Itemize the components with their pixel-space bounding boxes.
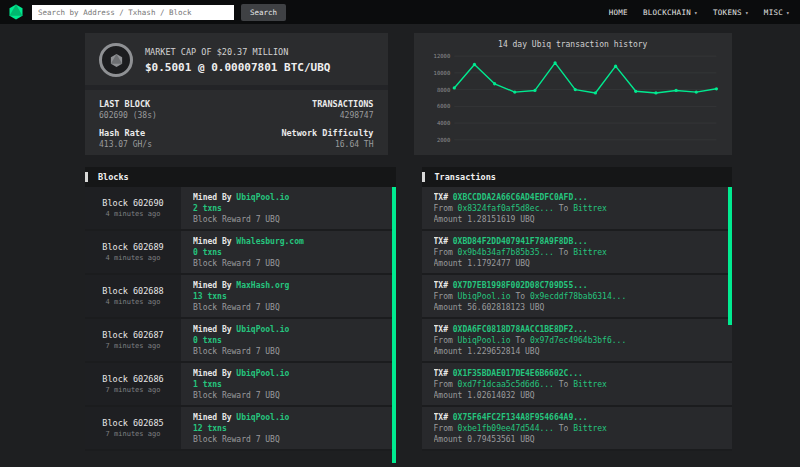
block-id-cell[interactable]: Block 602685 7 minutes ago [85, 407, 181, 449]
block-id-cell[interactable]: Block 602689 4 minutes ago [85, 231, 181, 273]
from-address-link[interactable]: UbiqPool.io [458, 336, 511, 345]
txn-count-link[interactable]: 12 txns [193, 424, 289, 433]
block-reward-label: Block Reward [193, 259, 251, 268]
mined-by-label: Mined By [193, 325, 232, 334]
block-id-cell[interactable]: Block 602688 4 minutes ago [85, 275, 181, 317]
block-reward-label: Block Reward [193, 303, 251, 312]
amount-value: 0.79453561 UBQ [467, 435, 534, 444]
to-address-link[interactable]: Bittrex [573, 248, 607, 257]
menu-home[interactable]: HOME [609, 8, 628, 17]
tx-hash-link[interactable]: 0X75F64FC2F134A8F954664A9... [453, 413, 588, 422]
menu-blockchain[interactable]: BLOCKCHAIN ▾ [643, 8, 698, 17]
to-label: To [515, 292, 525, 301]
to-label: To [559, 248, 569, 257]
block-row[interactable]: Block 602686 7 minutes ago Mined By Ubiq… [85, 363, 396, 407]
last-block-value: 602690 (38s) [99, 111, 157, 120]
block-id-cell[interactable]: Block 602687 7 minutes ago [85, 319, 181, 361]
miner-link[interactable]: UbiqPool.io [236, 413, 289, 422]
menu-misc[interactable]: MISC ▾ [764, 8, 790, 17]
tx-label: TX# [434, 237, 448, 246]
txn-count-link[interactable]: 2 txns [193, 204, 289, 213]
search-button[interactable]: Search [241, 4, 286, 21]
to-address-link[interactable]: 0x9ecddf78bab6314... [530, 292, 626, 301]
block-row[interactable]: Block 602687 7 minutes ago Mined By Ubiq… [85, 319, 396, 363]
mined-by-label: Mined By [193, 193, 232, 202]
transactions-value: 4298747 [281, 111, 373, 120]
transaction-row[interactable]: TX# 0X75F64FC2F134A8F954664A9... From 0x… [422, 407, 733, 451]
from-address-link[interactable]: 0xbe1fb09ee47d544... [458, 424, 554, 433]
block-age: 4 minutes ago [106, 254, 161, 262]
block-info: Mined By MaxHash.org 13 txns Block Rewar… [181, 275, 301, 317]
from-label: From [434, 336, 453, 345]
block-info: Mined By UbiqPool.io 1 txns Block Reward… [181, 363, 301, 405]
network-stats-section: LAST BLOCK 602690 (38s) Hash Rate 413.07… [85, 85, 388, 163]
block-number[interactable]: Block 602689 [102, 242, 163, 252]
to-label: To [559, 424, 569, 433]
tx-hash-link[interactable]: 0XBD84F2DD407941F78A9F8DB... [453, 237, 588, 246]
amount-value: 1.1792477 UBQ [467, 259, 530, 268]
block-row[interactable]: Block 602689 4 minutes ago Mined By Whal… [85, 231, 396, 275]
to-label: To [559, 204, 569, 213]
miner-link[interactable]: UbiqPool.io [236, 369, 289, 378]
txn-count-link[interactable]: 0 txns [193, 336, 289, 345]
block-number[interactable]: Block 602690 [102, 198, 163, 208]
to-address-link[interactable]: Bittrex [573, 204, 607, 213]
from-address-link[interactable]: 0x9b4b34af7b85b35... [458, 248, 554, 257]
block-id-cell[interactable]: Block 602686 7 minutes ago [85, 363, 181, 405]
svg-text:6000: 6000 [436, 103, 449, 109]
miner-link[interactable]: UbiqPool.io [236, 325, 289, 334]
market-cap-text: MARKET CAP OF $20.37 MILLION $0.5001 @ 0… [145, 47, 330, 74]
transaction-row[interactable]: TX# 0X1F35BDAE017DE4E6B6602C... From 0xd… [422, 363, 733, 407]
transactions-scrollbar[interactable] [728, 187, 732, 325]
to-address-link[interactable]: Bittrex [573, 380, 607, 389]
menu-tokens[interactable]: TOKENS ▾ [713, 8, 749, 17]
block-number[interactable]: Block 602686 [102, 374, 163, 384]
tx-hash-link[interactable]: 0X7D7EB1998F002D08C709D55... [453, 281, 588, 290]
ubiq-coin-icon [99, 43, 133, 77]
block-reward-label: Block Reward [193, 347, 251, 356]
search-input[interactable] [32, 5, 234, 20]
blocks-scrollbar[interactable] [392, 187, 396, 463]
transaction-row[interactable]: TX# 0XBD84F2DD407941F78A9F8DB... From 0x… [422, 231, 733, 275]
chevron-down-icon: ▾ [694, 9, 698, 16]
txn-count-link[interactable]: 13 txns [193, 292, 289, 301]
txn-count-link[interactable]: 1 txns [193, 380, 289, 389]
main-menu: HOME BLOCKCHAIN ▾ TOKENS ▾ MISC ▾ [609, 8, 790, 17]
block-reward-value: 7 UBQ [256, 391, 280, 400]
to-address-link[interactable]: 0x97d7ec4964b3bf6... [530, 336, 626, 345]
amount-label: Amount [434, 391, 463, 400]
from-label: From [434, 204, 453, 213]
transaction-row[interactable]: TX# 0X7D7EB1998F002D08C709D55... From Ub… [422, 275, 733, 319]
block-id-cell[interactable]: Block 602690 4 minutes ago [85, 187, 181, 229]
block-info: Mined By UbiqPool.io 12 txns Block Rewar… [181, 407, 301, 449]
last-block-label: LAST BLOCK [99, 99, 157, 109]
tx-hash-link[interactable]: 0X1F35BDAE017DE4E6B6602C... [453, 369, 583, 378]
block-row[interactable]: Block 602685 7 minutes ago Mined By Ubiq… [85, 407, 396, 451]
transactions-panel-header: Transactions [422, 167, 733, 187]
from-address-link[interactable]: 0x8324faf0af5d8ec... [458, 204, 554, 213]
txn-count-link[interactable]: 0 txns [193, 248, 304, 257]
block-number[interactable]: Block 602685 [102, 418, 163, 428]
block-row[interactable]: Block 602688 4 minutes ago Mined By MaxH… [85, 275, 396, 319]
transaction-history-chart: 20004000600080001000012000 [422, 50, 725, 148]
market-cap-line: MARKET CAP OF $20.37 MILLION [145, 47, 330, 57]
transaction-history-card: 14 day Ubiq transaction history 20004000… [414, 33, 733, 155]
block-age: 4 minutes ago [106, 298, 161, 306]
from-address-link[interactable]: 0xd7f1dcaa5c5d6d6... [458, 380, 554, 389]
block-row[interactable]: Block 602690 4 minutes ago Mined By Ubiq… [85, 187, 396, 231]
ubiq-logo-icon[interactable] [8, 4, 25, 21]
block-number[interactable]: Block 602687 [102, 330, 163, 340]
tx-hash-link[interactable]: 0XBCCDDA2A66C6AD4EDFC0AFD... [453, 193, 588, 202]
to-address-link[interactable]: Bittrex [573, 424, 607, 433]
miner-link[interactable]: MaxHash.org [236, 281, 289, 290]
from-label: From [434, 424, 453, 433]
svg-text:4000: 4000 [436, 120, 449, 126]
transaction-row[interactable]: TX# 0XDA6FC0818D78AACC1BE8DF2... From Ub… [422, 319, 733, 363]
miner-link[interactable]: UbiqPool.io [236, 193, 289, 202]
miner-link[interactable]: Whalesburg.com [236, 237, 303, 246]
from-address-link[interactable]: UbiqPool.io [458, 292, 511, 301]
tx-hash-link[interactable]: 0XDA6FC0818D78AACC1BE8DF2... [453, 325, 588, 334]
block-number[interactable]: Block 602688 [102, 286, 163, 296]
transaction-row[interactable]: TX# 0XBCCDDA2A66C6AD4EDFC0AFD... From 0x… [422, 187, 733, 231]
from-label: From [434, 380, 453, 389]
